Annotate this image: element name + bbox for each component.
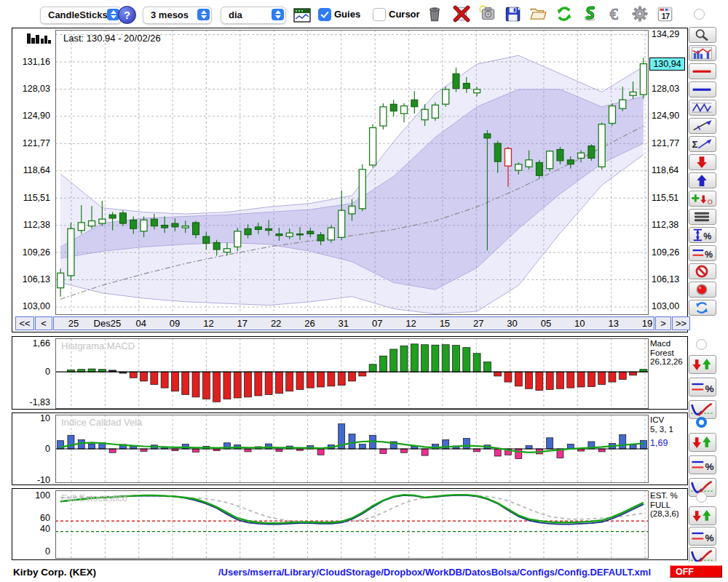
macd-curves-button[interactable] bbox=[689, 400, 716, 419]
date-nav-row: << < 25Des250409121722263107121527300510… bbox=[14, 316, 686, 330]
snapshot-button[interactable] bbox=[478, 4, 498, 23]
sum-trend-button[interactable]: Σ bbox=[689, 136, 716, 152]
nav-date-label: 12 bbox=[395, 317, 427, 330]
nav-date-label: 17 bbox=[226, 317, 258, 330]
nav-date-label: Des25 bbox=[91, 317, 123, 330]
y-tick-label: 128,03 bbox=[652, 84, 679, 94]
trend-line-button[interactable] bbox=[689, 118, 716, 134]
sync-button[interactable] bbox=[579, 4, 600, 23]
nav-date-label: 12 bbox=[192, 317, 224, 330]
zigzag-channel-button[interactable] bbox=[689, 100, 716, 116]
forbidden-button[interactable] bbox=[689, 263, 716, 279]
symbol-label: Kirby Corp. (KEX) bbox=[13, 567, 96, 578]
indicator-histogram-button[interactable] bbox=[689, 45, 716, 61]
y-tick-label: 1,66 bbox=[33, 338, 50, 348]
nav-fast-forward-button[interactable]: >> bbox=[672, 316, 690, 330]
mini-chart-window-button[interactable] bbox=[293, 6, 314, 25]
calendar-button[interactable]: 17 bbox=[654, 4, 675, 23]
cursor-checkbox[interactable] bbox=[373, 8, 386, 21]
add-marker-button[interactable] bbox=[689, 191, 716, 207]
guies-label: Guies bbox=[334, 9, 360, 20]
refresh-button[interactable] bbox=[554, 4, 574, 23]
nav-date-label: 22 bbox=[260, 317, 292, 330]
open-button[interactable] bbox=[528, 4, 548, 23]
est-lines-percent-button[interactable]: % bbox=[689, 527, 716, 546]
icv-radio-selected[interactable] bbox=[696, 417, 707, 428]
nav-forward-button[interactable]: > bbox=[655, 316, 671, 330]
up-arrow-blue-button[interactable] bbox=[689, 172, 716, 188]
y-tick-label: 124,90 bbox=[652, 111, 679, 121]
icv-arrows-button[interactable] bbox=[689, 433, 716, 452]
config-path-label: /Users/mserra/Library/CloudStorage/Dropb… bbox=[218, 567, 651, 578]
trash-button[interactable] bbox=[425, 4, 446, 23]
icv-chart[interactable] bbox=[55, 415, 649, 483]
red-line-button[interactable] bbox=[689, 63, 716, 79]
est-radio[interactable] bbox=[696, 492, 707, 503]
svg-text:17: 17 bbox=[662, 12, 670, 20]
toolbar-radio[interactable] bbox=[694, 9, 705, 20]
chart-type-select[interactable]: CandleSticks bbox=[40, 7, 122, 24]
icv-lines-percent-button[interactable]: % bbox=[689, 455, 716, 474]
period-select[interactable]: 3 mesos bbox=[143, 7, 212, 24]
nav-fast-back-button[interactable]: << bbox=[15, 316, 34, 330]
y-tick-label: 109,26 bbox=[652, 247, 679, 258]
delete-red-x-icon bbox=[451, 4, 472, 23]
stochastic-chart[interactable] bbox=[55, 490, 649, 559]
macd-radio[interactable] bbox=[696, 339, 707, 350]
est-right-label: EST. % FULL (28,3,6) bbox=[650, 491, 688, 519]
blue-line-button[interactable] bbox=[689, 81, 716, 97]
levels-button[interactable] bbox=[689, 209, 716, 225]
calendar-icon: 17 bbox=[654, 4, 675, 23]
nav-date-label: 10 bbox=[563, 317, 596, 330]
save-button[interactable] bbox=[503, 4, 523, 23]
svg-text:€: € bbox=[609, 5, 618, 23]
y-tick-label: 106,13 bbox=[652, 274, 679, 284]
snapshot-camera-icon bbox=[478, 4, 498, 23]
record-icon bbox=[689, 283, 714, 296]
red-line-icon bbox=[689, 65, 714, 78]
y-tick-label: -10 bbox=[37, 475, 50, 485]
main-right-axis: 130,94 134,29128,03124,90121,77118,64115… bbox=[649, 28, 687, 332]
last-price-tag: 130,94 bbox=[649, 57, 685, 71]
y-tick-label: 100 bbox=[35, 490, 50, 501]
nav-date-label: 30 bbox=[496, 317, 529, 330]
svg-text:%: % bbox=[705, 533, 714, 543]
down-arrow-red-button[interactable] bbox=[689, 154, 716, 170]
macd-right-label: Macd Forest 26,12,26 bbox=[650, 339, 688, 367]
macd-histogram-chart[interactable] bbox=[55, 338, 649, 409]
y-tick-label: 115,51 bbox=[23, 193, 50, 203]
sum-trend-icon: Σ bbox=[689, 137, 714, 151]
guies-checkbox[interactable] bbox=[318, 8, 331, 21]
sync-s-icon bbox=[579, 4, 600, 23]
nav-date-label: 13 bbox=[598, 317, 630, 330]
lines-percent-button[interactable]: % bbox=[689, 245, 716, 261]
vertical-percent-button[interactable]: % bbox=[689, 227, 716, 243]
nav-back-button[interactable]: < bbox=[35, 316, 52, 330]
interval-select[interactable]: dia bbox=[221, 7, 286, 24]
select-stepper-icon bbox=[272, 9, 284, 20]
y-tick-label: 60 bbox=[40, 513, 50, 523]
y-tick-label: 106,13 bbox=[23, 274, 50, 284]
macd-arrows-button[interactable] bbox=[689, 355, 716, 374]
cycle-button[interactable] bbox=[689, 300, 716, 316]
date-axis-strip: 25Des2504091217222631071215273005101319 bbox=[53, 316, 654, 330]
arrows-up-down-icon bbox=[689, 434, 714, 450]
help-button[interactable]: ? bbox=[118, 6, 136, 24]
macd-lines-percent-button[interactable]: % bbox=[689, 378, 716, 396]
y-tick-label: 121,77 bbox=[652, 138, 679, 148]
record-button[interactable] bbox=[689, 282, 716, 298]
svg-text:%: % bbox=[705, 383, 714, 394]
euro-button[interactable]: € bbox=[605, 4, 625, 23]
candlestick-chart[interactable] bbox=[55, 30, 649, 315]
off-button[interactable]: OFF bbox=[670, 565, 722, 578]
icv-value: 1,69 bbox=[650, 439, 688, 448]
save-floppy-icon bbox=[503, 4, 522, 23]
settings-button[interactable] bbox=[630, 4, 650, 23]
delete-button[interactable] bbox=[451, 4, 472, 23]
nav-date-label: 25 bbox=[58, 317, 90, 330]
est-arrows-button[interactable] bbox=[689, 506, 716, 525]
zoom-button[interactable] bbox=[689, 27, 716, 43]
est-left-axis: 10060400 bbox=[12, 489, 55, 559]
y-tick-label: 0 bbox=[45, 444, 50, 454]
y-tick-label: 118,64 bbox=[23, 165, 50, 175]
